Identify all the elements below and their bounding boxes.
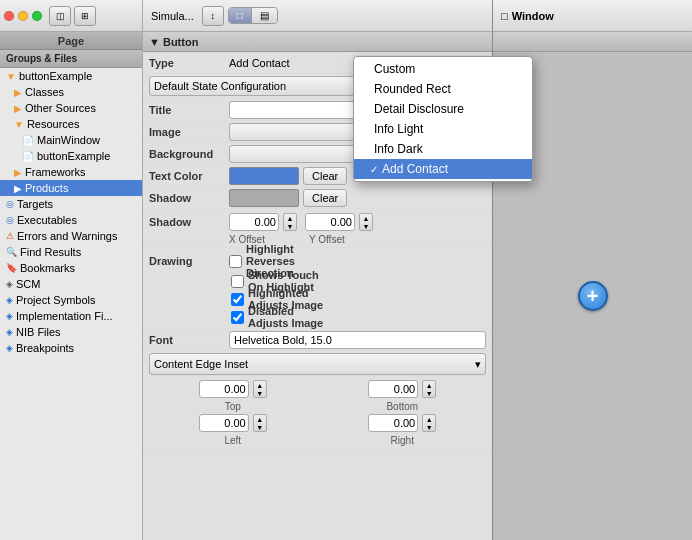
sidebar-item-project-symbols[interactable]: ◈ Project Symbols — [0, 292, 142, 308]
segment-list[interactable]: ▤ — [252, 8, 277, 23]
right-inset-input[interactable] — [368, 414, 418, 432]
top-up-icon[interactable]: ▲ — [254, 381, 266, 389]
y-offset-group: ▲ ▼ — [305, 213, 373, 231]
impl-icon: ◈ — [6, 311, 13, 321]
sidebar-page-header: Page — [0, 32, 142, 50]
view-segment: □ ▤ — [228, 7, 278, 24]
stepper-up-icon2[interactable]: ▲ — [360, 214, 372, 222]
text-color-swatch[interactable] — [229, 167, 299, 185]
x-offset-input[interactable] — [229, 213, 279, 231]
shadow-color-swatch[interactable] — [229, 189, 299, 207]
folder-icon: ▶ — [14, 183, 22, 194]
bottom-up-icon[interactable]: ▲ — [423, 381, 435, 389]
top-inset-input[interactable] — [199, 380, 249, 398]
toolbar-icon1[interactable]: ↕ — [202, 6, 224, 26]
sidebar-item-scm[interactable]: ◈ SCM — [0, 276, 142, 292]
sidebar-item-buttonexample2[interactable]: 📄 buttonExample — [0, 148, 142, 164]
shadow-color-row: Shadow Clear — [143, 187, 492, 209]
sidebar-item-classes[interactable]: ▶ Classes — [0, 84, 142, 100]
sidebar-item-label: Classes — [25, 86, 64, 98]
segment-icon[interactable]: □ — [229, 8, 252, 23]
dropdown-item-detail[interactable]: Detail Disclosure — [354, 99, 532, 119]
right-up-icon[interactable]: ▲ — [423, 415, 435, 423]
dropdown-item-info-light[interactable]: Info Light — [354, 119, 532, 139]
sidebar-item-buttonexample[interactable]: ▼ buttonExample — [0, 68, 142, 84]
right-inset-stepper[interactable]: ▲ ▼ — [422, 414, 436, 432]
add-contact-button[interactable]: + — [578, 281, 608, 311]
bottom-label: Bottom — [386, 401, 418, 412]
sidebar-item-other-sources[interactable]: ▶ Other Sources — [0, 100, 142, 116]
stepper-down-icon[interactable]: ▼ — [284, 222, 296, 230]
dropdown-item-add-contact[interactable]: ✓ Add Contact — [354, 159, 532, 179]
disabled-adjusts-label: Disabled Adjusts Image — [248, 305, 328, 329]
state-label: Default State Configuration — [154, 80, 286, 92]
sidebar-item-label: Executables — [17, 214, 77, 226]
stepper-down-icon2[interactable]: ▼ — [360, 222, 372, 230]
text-color-clear-button[interactable]: Clear — [303, 167, 347, 185]
right-inset-group: ▲ ▼ — [368, 414, 436, 432]
maximize-button[interactable] — [32, 11, 42, 21]
dropdown-item-info-dark[interactable]: Info Dark — [354, 139, 532, 159]
sidebar-item-label: Implementation Fi... — [16, 310, 113, 322]
main-toolbar: Simula... ↕ □ ▤ — [143, 0, 492, 32]
font-value: Helvetica Bold, 15.0 — [234, 334, 332, 346]
sidebar: ◫ ⊞ Page Groups & Files ▼ buttonExample … — [0, 0, 143, 540]
minimize-button[interactable] — [18, 11, 28, 21]
sidebar-item-breakpoints[interactable]: ◈ Breakpoints — [0, 340, 142, 356]
highlight-reverses-checkbox[interactable] — [229, 255, 242, 268]
bottom-inset-stepper[interactable]: ▲ ▼ — [422, 380, 436, 398]
button-section-label: ▼ Button — [149, 36, 198, 48]
image-label: Image — [149, 126, 229, 138]
left-up-icon[interactable]: ▲ — [254, 415, 266, 423]
highlighted-adjusts-checkbox[interactable] — [231, 293, 244, 306]
top-inset-stepper[interactable]: ▲ ▼ — [253, 380, 267, 398]
sidebar-item-executables[interactable]: ◎ Executables — [0, 212, 142, 228]
left-inset-input[interactable] — [199, 414, 249, 432]
x-offset-group: ▲ ▼ — [229, 213, 297, 231]
sidebar-item-find[interactable]: 🔍 Find Results — [0, 244, 142, 260]
sidebar-icon-btn2[interactable]: ⊞ — [74, 6, 96, 26]
bottom-inset-input[interactable] — [368, 380, 418, 398]
dropdown-item-rounded[interactable]: Rounded Rect — [354, 79, 532, 99]
left-inset-cell: ▲ ▼ Left — [149, 414, 317, 446]
sidebar-item-targets[interactable]: ◎ Targets — [0, 196, 142, 212]
file-icon: 📄 — [22, 151, 34, 162]
right-down-icon[interactable]: ▼ — [423, 423, 435, 431]
dropdown-label3: Detail Disclosure — [374, 102, 464, 116]
shows-touch-checkbox[interactable] — [231, 275, 244, 288]
close-button[interactable] — [4, 11, 14, 21]
left-down-icon[interactable]: ▼ — [254, 423, 266, 431]
font-display[interactable]: Helvetica Bold, 15.0 — [229, 331, 486, 349]
sidebar-item-resources[interactable]: ▼ Resources — [0, 116, 142, 132]
shadow-color-clear-button[interactable]: Clear — [303, 189, 347, 207]
window-icon: □ — [501, 10, 508, 22]
top-down-icon[interactable]: ▼ — [254, 389, 266, 397]
y-offset-stepper[interactable]: ▲ ▼ — [359, 213, 373, 231]
sidebar-item-bookmarks[interactable]: 🔖 Bookmarks — [0, 260, 142, 276]
x-offset-stepper[interactable]: ▲ ▼ — [283, 213, 297, 231]
stepper-up-icon[interactable]: ▲ — [284, 214, 296, 222]
left-label: Left — [224, 435, 241, 446]
sidebar-item-errors[interactable]: ⚠ Errors and Warnings — [0, 228, 142, 244]
scm-icon: ◈ — [6, 279, 13, 289]
sidebar-item-label: Other Sources — [25, 102, 96, 114]
y-offset-input[interactable] — [305, 213, 355, 231]
sidebar-item-impl[interactable]: ◈ Implementation Fi... — [0, 308, 142, 324]
dropdown-item-custom[interactable]: Custom — [354, 59, 532, 79]
type-dropdown: Custom Rounded Rect Detail Disclosure In… — [353, 56, 533, 182]
drawing-row: Drawing Highlight Reverses Direction Sho… — [143, 248, 492, 329]
bottom-down-icon[interactable]: ▼ — [423, 389, 435, 397]
left-inset-stepper[interactable]: ▲ ▼ — [253, 414, 267, 432]
sidebar-item-label: NIB Files — [16, 326, 61, 338]
page-label: Page — [58, 35, 84, 47]
warning-icon: ⚠ — [6, 231, 14, 241]
sidebar-item-frameworks[interactable]: ▶ Frameworks — [0, 164, 142, 180]
disabled-adjusts-checkbox[interactable] — [231, 311, 244, 324]
sidebar-item-label: SCM — [16, 278, 40, 290]
sidebar-icon-btn1[interactable]: ◫ — [49, 6, 71, 26]
sidebar-item-products[interactable]: ▶ Products — [0, 180, 142, 196]
sidebar-item-mainwindow[interactable]: 📄 MainWindow — [0, 132, 142, 148]
top-label: Top — [225, 401, 241, 412]
sidebar-item-nib[interactable]: ◈ NIB Files — [0, 324, 142, 340]
find-icon: 🔍 — [6, 247, 17, 257]
